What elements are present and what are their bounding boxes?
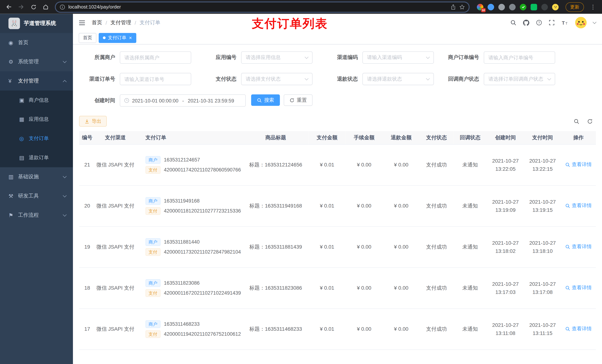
channel: 微信 JSAPI 支付 [97,203,134,208]
url-text: localhost:1024/pay/order [68,4,447,10]
id-cell: 19 [79,226,95,268]
tab-0[interactable]: 首页 [79,33,96,43]
extensions-cluster: 10 [474,4,562,10]
github-icon[interactable] [523,20,529,26]
sidebar-item-9[interactable]: ⚑工作流程 [0,206,73,225]
product-title: 标题：1635311949168 [249,203,302,208]
search-icon[interactable] [510,20,516,26]
empty-cell [95,349,136,364]
view-detail-icon [565,285,570,290]
user-avatar[interactable] [575,17,587,28]
filter-select[interactable]: 请选择应用信息 [241,52,312,64]
filter-label: 支付状态 [201,76,241,83]
refund-value: ¥ 0.00 [394,285,408,291]
extension-drop-icon[interactable] [488,4,494,10]
tab-1[interactable]: 支付订单× [99,33,136,43]
filter-select[interactable]: 请选择退款状态 [363,73,434,85]
search-button[interactable]: 搜索 [251,94,280,106]
sidebar-item-8[interactable]: ⚒研发工具 [0,187,73,206]
filter-input[interactable] [484,52,555,64]
view-detail-link[interactable]: 查看详情 [565,161,592,168]
extension-grey-icon[interactable] [498,4,505,10]
back-icon[interactable] [4,2,14,12]
browser-update-button[interactable]: 更新 [566,2,584,12]
bookmark-star-icon[interactable] [459,4,465,10]
workflow-icon: ⚑ [9,212,18,218]
user-menu-caret-icon[interactable] [592,20,596,24]
sidebar-item-2[interactable]: ¥支付管理 [0,71,73,91]
merchant-order-line: 商户1635312124657 [146,156,243,164]
view-detail-icon [565,162,570,167]
extension-colorful-icon[interactable]: 10 [477,4,483,10]
view-detail-label: 查看详情 [572,161,592,168]
url-bar[interactable]: localhost:1024/pay/order [55,2,469,12]
sidebar-item-4[interactable]: ▦应用信息 [0,110,73,129]
text-input[interactable] [488,55,550,61]
filter-label: 回调商户状态 [443,76,484,83]
notify-cell: 未通知 [453,268,487,309]
toggle-search-icon[interactable] [574,118,580,124]
close-icon[interactable]: × [129,35,132,40]
sidebar-toggle-icon[interactable] [79,20,86,26]
pay-order-no: 4200001167202110271022491439 [164,290,241,296]
sidebar-item-1[interactable]: ⚙系统管理 [0,52,73,71]
extension-dark-icon[interactable] [541,4,548,10]
extension-smiley-icon[interactable] [552,4,559,10]
status-cell: 支付成功 [420,308,453,349]
extension-grey2-icon[interactable] [509,4,516,10]
channel-cell: 微信 JSAPI 支付 [95,308,136,349]
refresh-list-icon[interactable] [587,118,593,124]
text-input[interactable] [124,55,187,61]
filter-label: 渠道编码 [322,54,363,61]
sidebar-item-7[interactable]: ▥基础设施 [0,167,73,187]
home-icon[interactable] [41,2,51,12]
share-icon[interactable] [450,4,456,10]
filter-select[interactable]: 请选择订单回调商户状态 [484,73,555,85]
reload-icon[interactable] [28,2,38,12]
sidebar-item-6[interactable]: ▤退款订单 [0,148,73,167]
site-info-icon[interactable] [59,4,65,10]
browser-menu-icon[interactable]: ⋮ [588,3,598,10]
font-size-icon[interactable]: TT [561,20,569,26]
app-logo[interactable]: 🐰 芋道管理系统 [0,14,73,33]
breadcrumb-item-0[interactable]: 首页 [92,19,102,26]
tools-icon: ⚒ [9,193,18,199]
filter-select[interactable]: 请输入渠道编码 [363,52,434,64]
channel-cell: 微信 JSAPI 支付 [95,226,136,268]
table-row: 20微信 JSAPI 支付商户1635311949168支付4200001181… [79,185,596,226]
fee-value: ¥ 0.00 [357,203,371,209]
merchant-tag: 商户 [146,156,161,164]
text-input[interactable] [124,76,187,82]
view-detail-link[interactable]: 查看详情 [565,325,592,332]
filter-label: 渠道订单号 [79,76,120,83]
amount-value: ¥ 0.01 [320,203,334,209]
view-detail-link[interactable]: 查看详情 [565,202,592,209]
filter-select[interactable]: 请选择支付状态 [241,73,312,85]
help-icon[interactable]: ? [536,20,542,26]
sidebar-item-0[interactable]: ◉首页 [0,33,73,52]
column-header-4: 支付金额 [309,131,346,144]
sidebar: 🐰 芋道管理系统 ◉首页⚙系统管理¥支付管理▣商户信息▦应用信息◎支付订单▤退款… [0,14,73,364]
filter-input[interactable] [120,73,191,85]
filter-input[interactable] [120,52,191,64]
action-cell: 查看详情 [561,268,596,309]
fullscreen-icon[interactable] [549,20,555,26]
sidebar-item-5[interactable]: ◎支付订单 [0,129,73,148]
reset-button[interactable]: 重置 [284,94,313,106]
status-cell: 支付成功 [420,268,453,309]
forward-icon[interactable] [16,2,26,12]
sidebar-item-3[interactable]: ▣商户信息 [0,90,73,110]
notify-value: 未通知 [462,162,478,167]
monitor-icon: ▥ [9,174,18,180]
view-detail-link[interactable]: 查看详情 [565,243,592,250]
extension-check-icon[interactable] [520,4,526,10]
column-header-3: 商品标题 [243,131,309,144]
export-button[interactable]: 导出 [79,116,107,126]
extension-chat-icon[interactable] [531,4,537,10]
id-cell: 20 [79,185,95,226]
view-detail-link[interactable]: 查看详情 [565,284,592,291]
date-range-input[interactable]: 2021-10-01 00:00:00-2021-10-31 23:59:59 [120,94,246,106]
breadcrumb-item-1[interactable]: 支付管理 [110,19,131,26]
browser-chrome: localhost:1024/pay/order 10 更新 [0,0,602,14]
filter-row-date: 创建时间2021-10-01 00:00:00-2021-10-31 23:59… [79,94,596,106]
